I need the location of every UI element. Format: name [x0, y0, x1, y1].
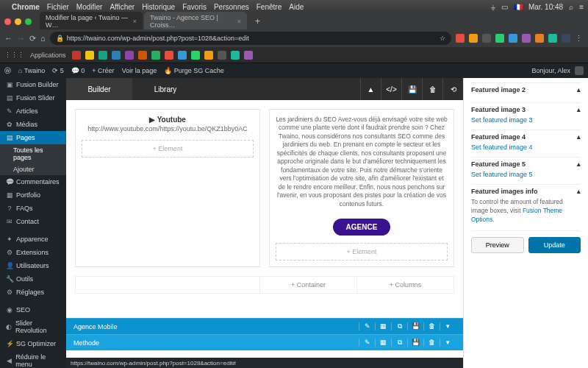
sidebar-item-utilisateurs[interactable]: 👤Utilisateurs [0, 259, 66, 272]
new-tab-button[interactable]: + [251, 16, 265, 26]
sidebar-item-faqs[interactable]: ?FAQs [0, 202, 66, 215]
panel-featured-image-4[interactable]: Featured image 4▴ [471, 130, 581, 144]
flag-icon[interactable]: 🇫🇷 [514, 3, 523, 11]
sidebar-subitem-all-pages[interactable]: Toutes les pages [0, 144, 66, 163]
sidebar-item-reglages[interactable]: ⚙Réglages [0, 286, 66, 299]
columns-icon[interactable]: ▦ [375, 339, 391, 347]
browser-tab-active[interactable]: Modifier la page ‹ Twaino — W…× [40, 12, 143, 31]
star-icon[interactable]: ☆ [440, 35, 445, 42]
ext-icon[interactable] [495, 34, 504, 43]
close-tab-icon[interactable]: × [237, 18, 241, 25]
sidebar-item-outils[interactable]: 🔧Outils [0, 272, 66, 286]
bookmark-icon[interactable] [218, 51, 226, 60]
avatar[interactable] [575, 66, 584, 75]
menu-item[interactable]: Aide [289, 3, 304, 11]
sidebar-item-medias[interactable]: ✿Médias [0, 118, 66, 131]
updates-icon[interactable]: ⟳ 5 [52, 67, 64, 74]
tab-builder[interactable]: Builder [66, 78, 132, 100]
bookmark-icon[interactable] [244, 51, 253, 60]
bookmark-icon[interactable] [72, 51, 81, 60]
add-element-button[interactable]: + Element [82, 140, 254, 158]
edit-icon[interactable]: ✎ [359, 339, 375, 347]
agence-button[interactable]: AGENCE [333, 219, 391, 236]
set-featured-image-4[interactable]: Set featured image 4 [471, 144, 581, 151]
add-container-button[interactable]: + Container [259, 277, 356, 293]
clone-icon[interactable]: ⧉ [391, 322, 407, 330]
maximize-icon[interactable] [25, 18, 32, 25]
browser-tab[interactable]: Twaino - Agence SEO | Croiss…× [144, 12, 247, 31]
toggle-preview-icon[interactable]: ▲ [360, 78, 381, 100]
panel-featured-image-2[interactable]: Featured image 2▴ [471, 82, 581, 96]
text-element[interactable]: Les jardiniers du SEO Avez-vous déjà env… [269, 109, 454, 267]
sidebar-item-pages[interactable]: ▤Pages [0, 131, 66, 144]
ext-icon[interactable] [456, 34, 465, 43]
battery-icon[interactable]: ▭ [501, 3, 508, 11]
window-controls[interactable] [4, 18, 32, 25]
sidebar-item-portfolio[interactable]: ▦Portfolio [0, 188, 66, 202]
code-icon[interactable]: </> [381, 78, 401, 100]
sidebar-item-extensions[interactable]: ⚙Extensions [0, 246, 66, 259]
menu-item[interactable]: Fenêtre [257, 3, 282, 11]
view-page-link[interactable]: Voir la page [122, 67, 157, 74]
sidebar-subitem-add[interactable]: Ajouter [0, 163, 66, 175]
bookmark-icon[interactable] [165, 51, 173, 60]
bookmark-icon[interactable] [98, 51, 107, 60]
clone-icon[interactable]: ⧉ [391, 339, 407, 347]
menu-item[interactable]: Afficher [110, 3, 135, 11]
menu-item[interactable]: Modifier [76, 3, 103, 11]
chrome-menu-icon[interactable]: ⋮ [575, 34, 584, 43]
add-columns-button[interactable]: + Columns [356, 277, 453, 293]
apps-icon[interactable]: ⋮⋮⋮ [4, 52, 24, 59]
menu-item[interactable]: Personnes [214, 3, 249, 11]
bookmark-icon[interactable] [204, 51, 213, 60]
bookmark-icon[interactable] [178, 51, 187, 60]
back-icon[interactable]: ← [4, 34, 12, 43]
bookmark-icon[interactable] [151, 51, 160, 60]
sidebar-item-seo[interactable]: ◉SEO [0, 303, 66, 316]
set-featured-image-5[interactable]: Set featured image 5 [471, 171, 581, 178]
site-home-link[interactable]: ⌂ Twaino [18, 67, 45, 74]
bookmark-icon[interactable] [191, 51, 200, 60]
trash-icon[interactable]: 🗑 [422, 78, 442, 100]
forward-icon[interactable]: → [17, 34, 25, 43]
close-icon[interactable] [4, 18, 11, 25]
sidebar-item-slider-revolution[interactable]: ◐Slider Revolution [0, 316, 66, 337]
minimize-icon[interactable] [15, 18, 21, 25]
sidebar-item-contact[interactable]: ✉Contact [0, 215, 66, 228]
sidebar-item-commentaires[interactable]: 💬Commentaires [0, 175, 66, 188]
menu-icon[interactable]: ≡ [579, 3, 584, 11]
bookmarks-apps-label[interactable]: Applications [30, 52, 66, 59]
greeting-text[interactable]: Bonjour, Alex [531, 67, 570, 74]
section-agence-mobile[interactable]: Agence Mobile ✎ ▦ ⧉ 💾 🗑 ▾ [66, 318, 463, 334]
sidebar-collapse[interactable]: ◀Réduire le menu [0, 350, 66, 368]
history-icon[interactable]: ⟲ [442, 78, 463, 100]
add-element-button[interactable]: + Element [276, 243, 448, 261]
tab-library[interactable]: Library [132, 78, 198, 100]
save-icon[interactable]: 💾 [407, 339, 423, 347]
menu-item[interactable]: Favoris [182, 3, 207, 11]
sidebar-item-fusion-builder[interactable]: ▣Fusion Builder [0, 78, 66, 91]
ext-icon[interactable] [469, 34, 478, 43]
clock[interactable]: Mar. 10:48 [528, 3, 563, 11]
panel-featured-images-info[interactable]: Featured images info▴ [471, 184, 581, 198]
bookmark-icon[interactable] [138, 51, 147, 60]
menu-app[interactable]: Chrome [12, 3, 40, 11]
bookmark-icon[interactable] [85, 51, 94, 60]
bookmark-icon[interactable] [231, 51, 240, 60]
ext-icon[interactable] [482, 34, 491, 43]
sidebar-item-sg-optimizer[interactable]: ⚡SG Optimizer [0, 337, 66, 350]
save-icon[interactable]: 💾 [401, 78, 422, 100]
bookmark-icon[interactable] [112, 51, 121, 60]
update-button[interactable]: Update [528, 237, 581, 253]
purge-cache-button[interactable]: 🔥 Purge SG Cache [164, 67, 224, 74]
address-bar[interactable]: 🔒 https://twaino.com/wp-admin/post.php?p… [50, 32, 451, 45]
ext-icon[interactable] [509, 34, 517, 43]
wp-logo-icon[interactable]: ⓦ [4, 66, 11, 76]
sidebar-item-apparence[interactable]: ✦Apparence [0, 233, 66, 246]
set-featured-image-3[interactable]: Set featured image 3 [471, 116, 581, 124]
columns-icon[interactable]: ▦ [375, 322, 391, 330]
sidebar-item-fusion-slider[interactable]: ▤Fusion Slider [0, 91, 66, 105]
section-methode[interactable]: Methode ✎ ▦ ⧉ 💾 🗑 ▾ [66, 334, 463, 350]
chevron-down-icon[interactable]: ▾ [440, 339, 456, 347]
preview-button[interactable]: Preview [471, 237, 524, 253]
